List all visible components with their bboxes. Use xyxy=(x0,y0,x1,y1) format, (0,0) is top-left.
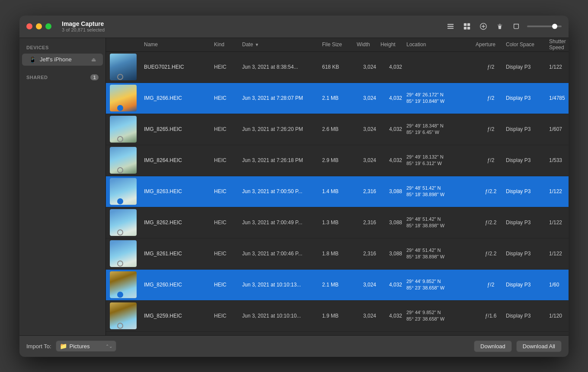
row-thumbnail xyxy=(106,145,141,176)
row-kind: HEIC xyxy=(214,313,242,319)
row-location: 29° 48' 51.42" N85° 18' 38.898" W xyxy=(406,216,476,229)
shared-count: 1 xyxy=(90,74,99,80)
maximize-button[interactable] xyxy=(45,23,51,29)
minimize-button[interactable] xyxy=(36,23,42,29)
row-name: IMG_8264.HEIC xyxy=(141,157,214,163)
import-dropdown[interactable]: 📁 Pictures ⌃⌄ xyxy=(56,340,116,352)
row-thumbnail xyxy=(106,83,141,114)
row-select-radio[interactable] xyxy=(117,229,123,235)
th-name[interactable]: Name xyxy=(141,41,214,48)
row-shutter: 1/607 xyxy=(549,126,569,132)
row-select-radio[interactable] xyxy=(117,167,123,173)
delete-button[interactable] xyxy=(494,21,505,32)
add-button[interactable] xyxy=(478,21,489,32)
row-name: IMG_8262.HEIC xyxy=(141,219,214,226)
shared-label: SHARED 1 xyxy=(19,74,105,84)
row-aperture: ƒ/2 xyxy=(476,64,506,70)
sidebar-item-iphone[interactable]: 📱 Jeff's iPhone ⏏ xyxy=(22,54,103,66)
row-thumbnail xyxy=(106,176,141,207)
table-row[interactable]: IMG_8264.HEIC HEIC Jun 3, 2021 at 7:26:1… xyxy=(106,145,569,176)
row-filesize: 1.9 MB xyxy=(322,313,357,319)
row-aperture: ƒ/2.2 xyxy=(476,188,506,194)
row-location: 29° 49' 18.132" N85° 19' 6.312" W xyxy=(406,154,476,167)
table-row[interactable]: IMG_8263.HEIC HEIC Jun 3, 2021 at 7:00:5… xyxy=(106,176,569,207)
row-colorspace: Display P3 xyxy=(506,64,549,70)
download-all-button[interactable]: Download All xyxy=(516,340,562,352)
row-name: IMG_8259.HEIC xyxy=(141,313,214,319)
table-row[interactable]: IMG_8265.HEIC HEIC Jun 3, 2021 at 7:26:2… xyxy=(106,114,569,145)
window-title: Image Capture xyxy=(62,20,445,27)
zoom-slider[interactable] xyxy=(527,25,562,27)
svg-rect-0 xyxy=(447,24,454,25)
row-select-radio[interactable] xyxy=(117,261,123,267)
footer: Import To: 📁 Pictures ⌃⌄ Download Downlo… xyxy=(19,335,569,357)
row-aperture: ƒ/2 xyxy=(476,126,506,132)
row-filesize: 2.1 MB xyxy=(322,95,357,101)
row-shutter: 1/60 xyxy=(549,282,569,288)
th-filesize[interactable]: File Size xyxy=(322,41,357,48)
row-shutter: 1/122 xyxy=(549,188,569,194)
grid-view-icon xyxy=(463,22,471,30)
row-kind: HEIC xyxy=(214,251,242,257)
row-kind: HEIC xyxy=(214,188,242,194)
svg-rect-6 xyxy=(467,27,470,29)
zoom-slider-thumb xyxy=(552,24,557,29)
row-date: Jun 3, 2021 at 7:26:20 PM xyxy=(242,126,322,132)
svg-rect-4 xyxy=(467,23,470,26)
list-view-button[interactable] xyxy=(445,21,456,32)
table-row[interactable]: IMG_8259.HEIC HEIC Jun 3, 2021 at 10:10:… xyxy=(106,301,569,332)
row-aperture: ƒ/2 xyxy=(476,95,506,101)
row-select-radio[interactable] xyxy=(117,292,123,298)
th-location[interactable]: Location xyxy=(406,41,476,48)
phone-icon: 📱 xyxy=(29,56,36,63)
devices-label: DEVICES xyxy=(19,45,105,54)
close-button[interactable] xyxy=(26,23,32,29)
table-body[interactable]: BUEG7021.HEIC HEIC Jun 3, 2021 at 8:38:5… xyxy=(106,52,569,335)
row-height: 4,032 xyxy=(380,157,406,163)
row-select-radio[interactable] xyxy=(117,198,123,204)
row-date: Jun 3, 2021 at 10:10:13... xyxy=(242,282,322,288)
sidebar-eject-icon[interactable]: ⏏ xyxy=(91,57,96,63)
th-date[interactable]: Date ▼ xyxy=(242,41,322,48)
table-row[interactable]: IMG_8260.HEIC HEIC Jun 3, 2021 at 10:10:… xyxy=(106,270,569,301)
row-thumbnail xyxy=(106,114,141,145)
row-date: Jun 3, 2021 at 7:28:07 PM xyxy=(242,95,322,101)
th-kind[interactable]: Kind xyxy=(214,41,242,48)
rotate-button[interactable] xyxy=(511,21,522,32)
row-select-radio[interactable] xyxy=(117,323,123,329)
table-row[interactable]: BUEG7021.HEIC HEIC Jun 3, 2021 at 8:38:5… xyxy=(106,52,569,83)
title-area: Image Capture 3 of 20,871 selected xyxy=(58,20,445,32)
row-date: Jun 3, 2021 at 7:00:49 P... xyxy=(242,219,322,226)
row-select-radio[interactable] xyxy=(117,74,123,80)
row-date: Jun 3, 2021 at 8:38:54... xyxy=(242,64,322,70)
download-button[interactable]: Download xyxy=(474,340,512,352)
row-shutter: 1/533 xyxy=(549,157,569,163)
row-colorspace: Display P3 xyxy=(506,219,549,226)
th-colorspace[interactable]: Color Space xyxy=(506,41,549,48)
footer-buttons: Download Download All xyxy=(474,340,562,352)
row-height: 3,088 xyxy=(380,219,406,226)
table-row[interactable]: IMG_8262.HEIC HEIC Jun 3, 2021 at 7:00:4… xyxy=(106,207,569,238)
row-kind: HEIC xyxy=(214,219,242,226)
row-name: IMG_8265.HEIC xyxy=(141,126,214,132)
th-width[interactable]: Width xyxy=(357,41,380,48)
row-name: BUEG7021.HEIC xyxy=(141,64,214,70)
row-filesize: 1.3 MB xyxy=(322,219,357,226)
table-row[interactable]: IMG_8261.HEIC HEIC Jun 3, 2021 at 7:00:4… xyxy=(106,238,569,270)
row-location: 29° 48' 51.42" N85° 18' 38.898" W xyxy=(406,185,476,198)
row-select-radio[interactable] xyxy=(117,136,123,142)
import-folder-name: Pictures xyxy=(70,343,90,350)
row-width: 2,316 xyxy=(357,251,380,257)
row-shutter: 1/122 xyxy=(549,251,569,257)
content-area: DEVICES 📱 Jeff's iPhone ⏏ SHARED 1 Name xyxy=(19,38,569,335)
grid-view-button[interactable] xyxy=(461,21,473,32)
th-aperture[interactable]: Aperture xyxy=(476,41,506,48)
th-height[interactable]: Height xyxy=(380,41,406,48)
table-row[interactable]: IMG_8266.HEIC HEIC Jun 3, 2021 at 7:28:0… xyxy=(106,83,569,114)
svg-rect-1 xyxy=(447,26,454,27)
row-width: 2,316 xyxy=(357,188,380,194)
row-select-radio[interactable] xyxy=(117,105,123,111)
row-name: IMG_8260.HEIC xyxy=(141,282,214,288)
th-shutterspeed[interactable]: Shutter Speed xyxy=(549,38,569,51)
row-location: 29° 49' 18.348" N85° 19' 6.45" W xyxy=(406,123,476,136)
